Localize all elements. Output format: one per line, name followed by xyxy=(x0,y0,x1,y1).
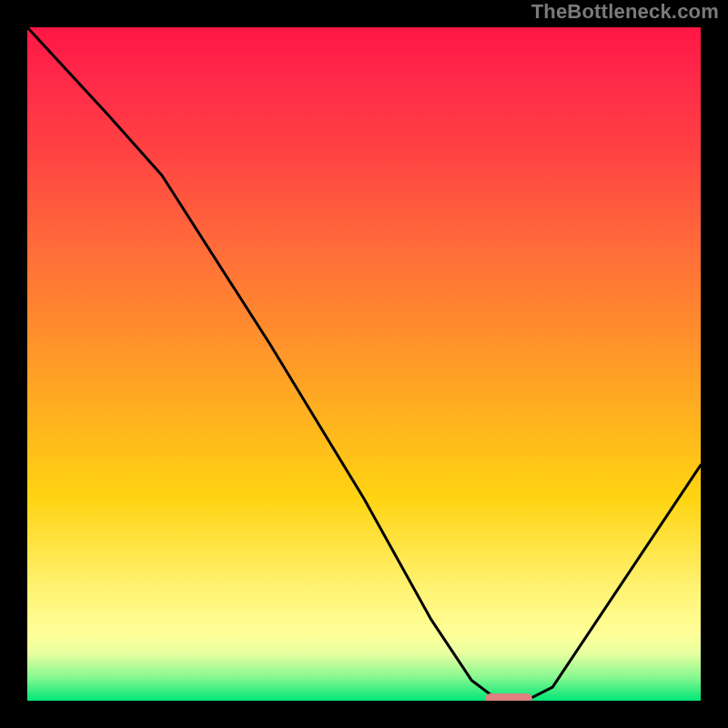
bottleneck-curve xyxy=(27,27,701,701)
watermark-text: TheBottleneck.com xyxy=(531,0,719,24)
outer-frame: TheBottleneck.com xyxy=(0,0,728,728)
optimum-marker xyxy=(485,693,532,701)
plot-area xyxy=(27,27,701,701)
curve-path xyxy=(27,27,701,701)
